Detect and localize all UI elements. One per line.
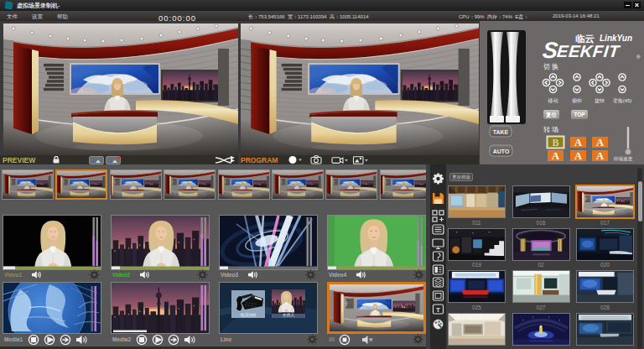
svg-text:EEKFIT: EEKFIT xyxy=(556,42,621,60)
svg-text:B: B xyxy=(552,137,558,148)
svg-text:A: A xyxy=(574,150,582,162)
svg-text:复位: 复位 xyxy=(545,112,558,118)
svg-text:TOP: TOP xyxy=(574,112,585,117)
svg-text:AUTO: AUTO xyxy=(493,148,510,154)
svg-text:A: A xyxy=(596,137,604,148)
svg-text:A: A xyxy=(552,150,559,162)
svg-text:移动: 移动 xyxy=(548,98,558,104)
svg-text:变焦(45): 变焦(45) xyxy=(613,97,632,104)
svg-text:旋转: 旋转 xyxy=(595,98,605,104)
svg-text:转场速度: 转场速度 xyxy=(614,156,633,162)
svg-text:TAKE: TAKE xyxy=(493,129,509,135)
svg-text:俯仰: 俯仰 xyxy=(572,97,582,104)
svg-text:主持人: 主持人 xyxy=(283,312,295,318)
svg-text:®: ® xyxy=(636,55,641,60)
svg-text:切换: 切换 xyxy=(543,63,560,70)
svg-text:A: A xyxy=(596,150,604,162)
svg-text:转场: 转场 xyxy=(543,126,560,133)
svg-text:T: T xyxy=(436,306,440,314)
svg-text:A: A xyxy=(574,137,582,148)
